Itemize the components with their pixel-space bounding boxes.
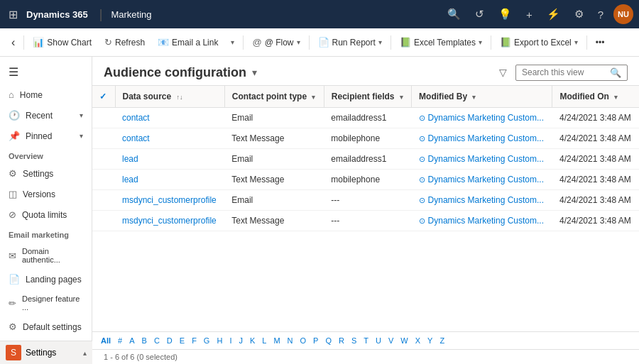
flow-button[interactable]: @ @ Flow ▾ — [246, 34, 305, 50]
refresh-button[interactable]: ↻ Refresh — [99, 34, 151, 50]
sidebar-item-versions[interactable]: ◫ Versions — [0, 184, 92, 204]
alpha-nav-item[interactable]: L — [259, 335, 269, 346]
table-row: contact Text Message mobilephone ⊙ Dynam… — [92, 128, 639, 149]
row-modifiedby: ⊙ Dynamics Marketing Custom... — [412, 128, 552, 149]
alpha-nav-item[interactable]: All — [98, 335, 114, 346]
row-datasource: lead — [115, 149, 224, 170]
alpha-nav-item[interactable]: O — [297, 335, 310, 346]
hamburger-button[interactable]: ☰ — [0, 60, 92, 84]
export-excel-button[interactable]: 📗 Export to Excel ▾ — [494, 34, 584, 50]
row-check[interactable] — [92, 170, 115, 190]
contacttype-col-header[interactable]: Contact point type ▾ — [224, 86, 324, 108]
settings-bottom-label: Settings — [26, 348, 56, 358]
alpha-nav-item[interactable]: P — [310, 335, 321, 346]
alpha-nav-item[interactable]: K — [247, 335, 258, 346]
row-check[interactable] — [92, 149, 115, 170]
alpha-nav-item[interactable]: W — [398, 335, 410, 346]
modifiedby-text: Dynamics Marketing Custom... — [428, 216, 544, 226]
datasource-link[interactable]: lead — [122, 154, 138, 164]
alpha-nav-item[interactable]: I — [226, 335, 234, 346]
alpha-nav-item[interactable]: Z — [437, 335, 447, 346]
sidebar-item-designer[interactable]: ✏ Designer feature ... — [0, 289, 92, 316]
sidebar-item-home[interactable]: ⌂ Home — [0, 84, 92, 105]
datasource-link[interactable]: msdynci_customerprofile — [122, 216, 217, 226]
alpha-nav-item[interactable]: S — [349, 335, 359, 346]
sidebar-item-pinned[interactable]: 📌 Pinned ▾ — [0, 126, 92, 146]
export-icon: 📗 — [500, 37, 511, 48]
row-recipient: --- — [324, 211, 411, 231]
alpha-nav-item[interactable]: J — [236, 335, 246, 346]
alpha-nav-item[interactable]: V — [386, 335, 396, 346]
row-check[interactable] — [92, 128, 115, 149]
more-button[interactable]: ••• — [590, 35, 611, 50]
alpha-nav-item[interactable]: N — [285, 335, 296, 346]
back-button[interactable]: ‹ — [6, 33, 21, 52]
row-modifiedon: 4/24/2021 3:48 AM — [552, 190, 639, 211]
add-icon[interactable]: + — [522, 6, 537, 23]
datasource-link[interactable]: lead — [122, 175, 138, 184]
settings-icon[interactable]: ⚙ — [570, 5, 588, 23]
recipient-col-header[interactable]: Recipient fields ▾ — [324, 86, 411, 108]
email-dropdown-button[interactable]: ▾ — [225, 35, 240, 49]
alpha-nav-item[interactable]: X — [413, 335, 423, 346]
lightbulb-icon[interactable]: 💡 — [494, 5, 516, 23]
user-avatar[interactable]: NU — [613, 4, 633, 24]
alpha-nav-item[interactable]: M — [271, 335, 283, 346]
alpha-nav-item[interactable]: # — [115, 335, 125, 346]
modifiedby-col-header[interactable]: Modified By ▾ — [412, 86, 552, 108]
alpha-nav-item[interactable]: C — [151, 335, 163, 346]
sidebar-item-landing[interactable]: 📄 Landing pages — [0, 269, 92, 289]
apps-grid-icon[interactable]: ⊞ — [6, 5, 21, 24]
alpha-nav-item[interactable]: R — [336, 335, 347, 346]
alpha-nav-item[interactable]: Q — [322, 335, 334, 346]
alpha-nav-item[interactable]: H — [214, 335, 225, 346]
row-check[interactable] — [92, 211, 115, 231]
modifiedon-col-header[interactable]: Modified On ▾ — [552, 86, 639, 108]
datasource-link[interactable]: contact — [122, 133, 150, 143]
row-modifiedon: 4/24/2021 3:48 AM — [552, 108, 639, 128]
row-modifiedby: ⊙ Dynamics Marketing Custom... — [412, 190, 552, 211]
row-check[interactable] — [92, 190, 115, 211]
alpha-nav-item[interactable]: D — [164, 335, 175, 346]
search-icon[interactable]: 🔍 — [443, 5, 465, 23]
check-icon[interactable]: ✓ — [99, 92, 106, 101]
row-recipient: emailaddress1 — [324, 149, 411, 170]
sidebar-item-default[interactable]: ⚙ Default settings — [0, 316, 92, 337]
datasource-col-header[interactable]: Data source ↑↓ — [115, 86, 224, 108]
row-datasource: msdynci_customerprofile — [115, 190, 224, 211]
excel-templates-button[interactable]: 📗 Excel Templates ▾ — [394, 34, 488, 50]
page-title-chevron[interactable]: ▾ — [252, 67, 257, 78]
domain-icon: ✉ — [9, 250, 16, 261]
row-datasource: contact — [115, 128, 224, 149]
datasource-link[interactable]: contact — [122, 113, 150, 123]
run-report-button[interactable]: 📄 Run Report ▾ — [312, 34, 388, 50]
show-chart-button[interactable]: 📊 Show Chart — [27, 34, 97, 50]
sidebar-item-domain[interactable]: ✉ Domain authentic... — [0, 242, 92, 269]
alpha-nav-item[interactable]: T — [361, 335, 371, 346]
alpha-nav-item[interactable]: A — [126, 335, 137, 346]
overview-section: Overview — [0, 146, 92, 163]
alpha-nav-item[interactable]: E — [177, 335, 187, 346]
alpha-nav-item[interactable]: B — [139, 335, 150, 346]
email-link-button[interactable]: 📧 Email a Link — [152, 34, 224, 50]
quota-icon: ⊘ — [9, 209, 16, 220]
alpha-nav-item[interactable]: G — [201, 335, 213, 346]
modifiedby-text: Dynamics Marketing Custom... — [428, 195, 544, 205]
filter-icon[interactable]: ⚡ — [542, 5, 564, 23]
nav-divider: | — [99, 7, 103, 22]
search-input[interactable] — [522, 67, 607, 77]
settings-bottom-bar[interactable]: S Settings ▴ — [0, 341, 92, 364]
alpha-nav-item[interactable]: U — [373, 335, 384, 346]
chart-icon: 📊 — [33, 37, 44, 48]
datasource-link[interactable]: msdynci_customerprofile — [122, 195, 217, 205]
sidebar-item-settings[interactable]: ⚙ Settings — [0, 163, 92, 184]
refresh-icon[interactable]: ↺ — [471, 5, 488, 23]
sidebar-settings-label: Settings — [23, 169, 53, 179]
alpha-nav-item[interactable]: Y — [425, 335, 435, 346]
help-icon[interactable]: ? — [594, 6, 608, 23]
row-check[interactable] — [92, 108, 115, 128]
alpha-nav-item[interactable]: F — [189, 335, 200, 346]
sidebar-item-quota[interactable]: ⊘ Quota limits — [0, 204, 92, 225]
header-filter-icon[interactable]: ▽ — [496, 64, 510, 81]
sidebar-item-recent[interactable]: 🕐 Recent ▾ — [0, 105, 92, 126]
